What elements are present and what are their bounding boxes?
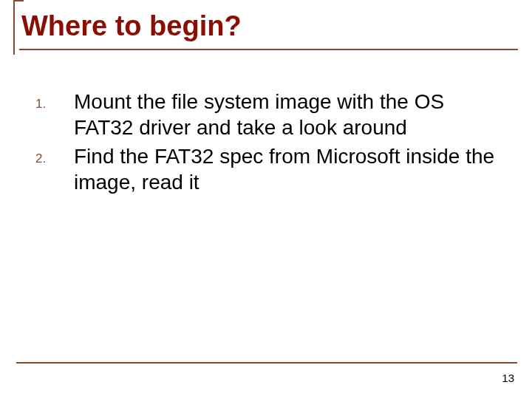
page-number: 13 — [502, 372, 514, 384]
slide: Where to begin? Mount the file system im… — [0, 0, 532, 399]
list-item: Find the FAT32 spec from Microsoft insid… — [35, 143, 501, 195]
title-bracket: Where to begin? — [13, 0, 242, 42]
numbered-list: Mount the file system image with the OS … — [35, 89, 501, 195]
title-container: Where to begin? — [13, 0, 242, 42]
list-item: Mount the file system image with the OS … — [35, 89, 501, 140]
title-underline — [19, 49, 518, 50]
bottom-rule — [16, 362, 517, 364]
content-area: Mount the file system image with the OS … — [35, 89, 501, 198]
slide-title: Where to begin? — [13, 10, 242, 42]
